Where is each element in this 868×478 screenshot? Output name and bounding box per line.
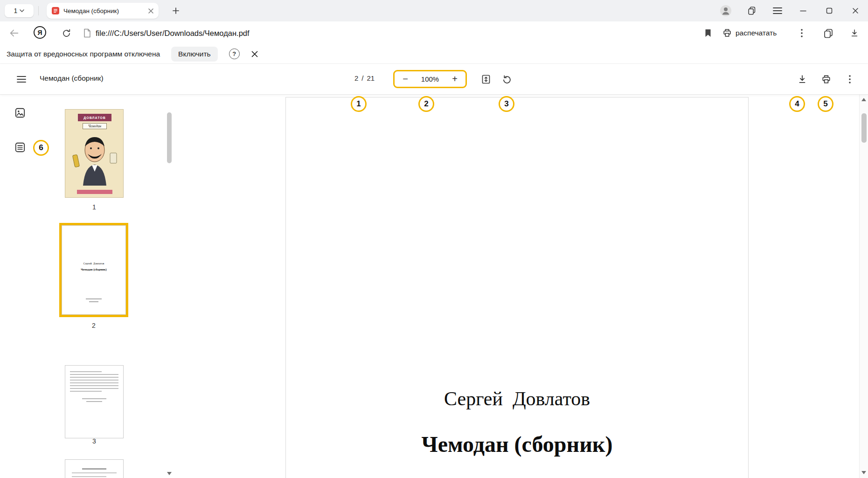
cover-publisher-text: ДОВЛАТОВ bbox=[83, 116, 106, 119]
browser-tab[interactable]: Чемодан (сборник) bbox=[47, 3, 159, 19]
url-field[interactable]: file:///C:/Users/User/Downloads/Чемодан.… bbox=[83, 25, 250, 41]
annotation-marker-6: 6 bbox=[33, 140, 49, 156]
thumbnail-label-1: 1 bbox=[65, 203, 124, 211]
page4-text-placeholder bbox=[65, 468, 123, 477]
help-icon[interactable]: ? bbox=[229, 48, 240, 59]
browser-tab-bar: 1 Чемодан (сборник) bbox=[0, 0, 868, 21]
tab-bar-divider bbox=[38, 6, 39, 15]
yandex-logo[interactable]: Я bbox=[34, 26, 46, 39]
new-tab-button[interactable] bbox=[170, 5, 182, 17]
thumbnail-page-3[interactable] bbox=[65, 365, 124, 438]
cover-title-text: Чемодан bbox=[88, 124, 101, 128]
tab-title: Чемодан (сборник) bbox=[63, 7, 144, 14]
zoom-in-button[interactable]: + bbox=[449, 73, 460, 85]
page-separator: / bbox=[361, 74, 363, 82]
thumbnail-label-2: 2 bbox=[64, 322, 123, 329]
download-pdf-icon[interactable] bbox=[796, 73, 809, 86]
current-page: 2 bbox=[354, 74, 358, 82]
window-minimize-button[interactable] bbox=[797, 5, 809, 17]
main-scrollbar[interactable] bbox=[859, 94, 868, 478]
cover-bottom-strip bbox=[77, 190, 112, 194]
help-symbol: ? bbox=[232, 50, 236, 57]
tab-counter-button[interactable]: 1 bbox=[5, 4, 34, 17]
thumbnail-page-4[interactable] bbox=[65, 459, 124, 478]
page-title-text: Чемодан (сборник) bbox=[286, 431, 748, 457]
annotation-marker-1: 1 bbox=[351, 96, 367, 112]
address-bar: Я file:///C:/Users/User/Downloads/Чемода… bbox=[0, 21, 868, 44]
warning-close-icon[interactable] bbox=[249, 48, 260, 60]
outline-view-button[interactable] bbox=[12, 139, 28, 155]
printer-icon bbox=[722, 28, 732, 38]
pdf-page-2: Сергей Довлатов Чемодан (сборник) bbox=[285, 97, 749, 478]
zoom-out-button[interactable]: − bbox=[400, 73, 411, 85]
window-maximize-button[interactable] bbox=[823, 5, 835, 17]
cover-title-box: Чемодан bbox=[83, 123, 107, 129]
thumb2-title-text: Чемодан (сборник) bbox=[62, 268, 125, 271]
warning-message: Защита от вредоносных программ отключена bbox=[7, 50, 160, 58]
url-text: file:///C:/Users/User/Downloads/Чемодан.… bbox=[96, 29, 250, 38]
bookmark-icon[interactable] bbox=[701, 27, 715, 40]
kebab-menu-icon[interactable] bbox=[795, 27, 808, 40]
main-scrollbar-thumb[interactable] bbox=[861, 113, 867, 143]
thumbnails-scroll-down-icon[interactable] bbox=[167, 472, 172, 475]
pdf-sidebar-toggle-icon[interactable] bbox=[15, 73, 28, 86]
thumbnails-scrollbar[interactable] bbox=[166, 96, 173, 476]
thumbnail-label-3: 3 bbox=[65, 437, 124, 445]
thumbnail-page-2-content: Сергей Довлатов Чемодан (сборник) bbox=[62, 225, 126, 315]
pdf-more-options-icon[interactable] bbox=[843, 73, 856, 86]
enable-protection-button[interactable]: Включить bbox=[171, 47, 218, 62]
print-label: распечатать bbox=[736, 29, 777, 37]
thumb2-year-line bbox=[89, 301, 98, 302]
fit-to-page-icon[interactable] bbox=[479, 73, 493, 86]
pdf-viewer-toolbar: Чемодан (сборник) 2 / 21 − 100% + bbox=[0, 64, 868, 94]
back-icon[interactable] bbox=[7, 27, 21, 40]
print-pdf-icon[interactable] bbox=[819, 73, 833, 86]
thumbnail-page-1[interactable]: ДОВЛАТОВ Чемодан bbox=[65, 109, 124, 198]
cover-caricature-illustration bbox=[70, 131, 119, 186]
side-panels-icon[interactable] bbox=[822, 27, 835, 40]
browser-menu-icon[interactable] bbox=[771, 5, 784, 17]
thumbnail-page-2-selected[interactable]: Сергей Довлатов Чемодан (сборник) bbox=[59, 223, 128, 317]
page-indicator[interactable]: 2 / 21 bbox=[354, 74, 375, 82]
thumbnails-view-button[interactable] bbox=[12, 105, 28, 121]
annotation-marker-3: 3 bbox=[499, 96, 514, 112]
scroll-up-icon[interactable] bbox=[861, 98, 866, 101]
tab-counter-value: 1 bbox=[14, 7, 18, 14]
rotate-icon[interactable] bbox=[500, 73, 514, 86]
scroll-down-icon[interactable] bbox=[861, 471, 866, 474]
profile-avatar[interactable] bbox=[720, 5, 732, 17]
annotation-marker-4: 4 bbox=[789, 96, 805, 112]
print-page-button[interactable]: распечатать bbox=[722, 26, 777, 41]
thumb2-imprint-line bbox=[86, 298, 102, 299]
cover-publisher-box: ДОВЛАТОВ bbox=[78, 114, 111, 121]
zoom-controls-highlighted: − 100% + bbox=[393, 70, 467, 88]
pdf-document-title: Чемодан (сборник) bbox=[40, 74, 104, 83]
annotation-marker-5: 5 bbox=[818, 96, 833, 112]
protection-warning-bar: Защита от вредоносных программ отключена… bbox=[0, 44, 868, 64]
yandex-logo-letter: Я bbox=[37, 29, 42, 36]
thumbnails-scrollbar-thumb[interactable] bbox=[167, 112, 172, 163]
page3-text-placeholder bbox=[65, 366, 123, 402]
page-icon bbox=[83, 28, 91, 38]
page-author-text: Сергей Довлатов bbox=[286, 388, 748, 410]
thumb2-author-text: Сергей Довлатов bbox=[62, 262, 125, 265]
pdf-content-area: ДОВЛАТОВ Чемодан 1 Сергей Довлатов Чемод… bbox=[0, 94, 868, 478]
zoom-level: 100% bbox=[421, 75, 439, 83]
annotation-marker-2: 2 bbox=[418, 96, 434, 112]
chevron-down-icon bbox=[20, 9, 24, 12]
pdf-file-icon bbox=[51, 7, 60, 15]
total-pages: 21 bbox=[367, 74, 375, 82]
collections-icon[interactable] bbox=[746, 5, 758, 17]
downloads-icon[interactable] bbox=[848, 27, 861, 40]
window-close-button[interactable] bbox=[849, 5, 861, 17]
reload-icon[interactable] bbox=[60, 27, 73, 40]
tab-close-icon[interactable] bbox=[148, 8, 154, 14]
